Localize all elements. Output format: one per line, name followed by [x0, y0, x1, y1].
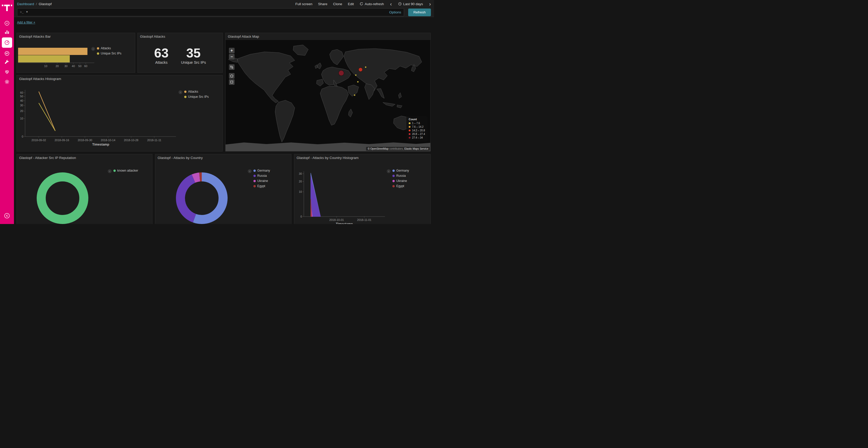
- legend-item[interactable]: 20.8 – 27.4: [409, 133, 425, 136]
- time-back-button[interactable]: ‹: [390, 2, 393, 6]
- auto-refresh-button[interactable]: Auto-refresh: [360, 2, 384, 6]
- legend-item[interactable]: 27.4 – 34: [409, 136, 425, 139]
- metric-unique-src-ips: 35 Unique Src IPs: [181, 47, 206, 65]
- logo-dot: [11, 5, 12, 6]
- metric-attacks: 63 Attacks: [154, 47, 169, 65]
- legend-toggle-icon[interactable]: ›: [91, 47, 95, 51]
- legend-item[interactable]: Egypt: [393, 184, 409, 188]
- telekom-logo[interactable]: [0, 0, 14, 15]
- svg-text:Timestamp: Timestamp: [92, 143, 109, 146]
- legend-item[interactable]: Ukraine: [393, 179, 409, 183]
- sidebar-item-dev-tools[interactable]: [2, 57, 12, 67]
- legend-item[interactable]: Germany: [393, 169, 409, 172]
- legend-label: Russia: [257, 174, 267, 177]
- refresh-button[interactable]: Refresh: [408, 8, 431, 16]
- svg-text:2018-10-14: 2018-10-14: [101, 139, 115, 142]
- rectangle-icon: [230, 80, 234, 84]
- sidebar: [0, 0, 14, 224]
- zoom-out-button[interactable]: −: [229, 54, 235, 60]
- legend-item[interactable]: Russia: [393, 174, 409, 177]
- panel-attacks-metric: Glastopf Attacks 63 Attacks 35 Unique Sr…: [137, 33, 223, 73]
- map-attribution: © OpenStreetMapcontributors,Elastic Maps…: [366, 147, 430, 151]
- zoom-in-button[interactable]: +: [229, 48, 235, 54]
- legend-items: known attacker: [114, 169, 138, 174]
- svg-text:2018-09-02: 2018-09-02: [32, 139, 46, 142]
- legend-items: GermanyRussiaUkraineEgypt: [253, 169, 270, 189]
- legend-item[interactable]: Ukraine: [253, 179, 270, 183]
- share-button[interactable]: Share: [318, 2, 327, 6]
- breadcrumb: Dashboard / Glastopf: [17, 2, 52, 6]
- filter-bar: Add a filter +: [14, 17, 434, 28]
- map-controls: + −: [229, 48, 235, 85]
- legend-toggle-icon[interactable]: ›: [108, 169, 112, 173]
- options-link[interactable]: Options: [389, 10, 401, 14]
- legend-items: AttacksUnique Src IPs: [184, 90, 209, 100]
- breadcrumb-dashboard-link[interactable]: Dashboard: [17, 2, 34, 6]
- svg-text:50: 50: [78, 65, 82, 68]
- legend-items: GermanyRussiaUkraineEgypt: [393, 169, 409, 189]
- legend-item[interactable]: Germany: [253, 169, 270, 172]
- legend-item[interactable]: Attacks: [184, 90, 209, 94]
- panel-attacks-by-country-histogram: Glastopf - Attacks by Country Histogram …: [294, 154, 431, 224]
- legend-dot: [253, 180, 256, 182]
- osm-attribution[interactable]: © OpenStreetMap: [368, 147, 389, 150]
- svg-text:40: 40: [20, 99, 23, 102]
- legend-dot: [253, 170, 256, 172]
- query-text[interactable]: *: [26, 10, 386, 14]
- legend-item[interactable]: Egypt: [253, 184, 270, 188]
- legend-item[interactable]: Unique Src IPs: [97, 51, 121, 55]
- legend-item[interactable]: 7.6 – 14.2: [409, 126, 425, 128]
- legend-item[interactable]: Russia: [253, 174, 270, 177]
- ems-attribution[interactable]: Elastic Maps Service: [404, 147, 428, 150]
- panel-attacks-bar: Glastopf Attacks Bar 102030405060 › Atta…: [17, 33, 135, 73]
- full-screen-button[interactable]: Full screen: [295, 2, 312, 6]
- legend: › GermanyRussiaUkraineEgypt: [387, 169, 409, 189]
- svg-text:2018-11-11: 2018-11-11: [147, 139, 161, 142]
- time-range-button[interactable]: Last 90 days: [398, 2, 423, 6]
- clone-button[interactable]: Clone: [333, 2, 342, 6]
- rectangle-tool-button[interactable]: [229, 79, 235, 85]
- attack-map: + − Count 1 – 7.67.6 – 14.214.2 – 20.820…: [225, 40, 430, 151]
- legend-items: 1 – 7.67.6 – 14.214.2 – 20.820.8 – 27.42…: [409, 122, 425, 139]
- legend-label: 1 – 7.6: [412, 122, 420, 125]
- legend-dot: [409, 126, 410, 128]
- legend-toggle-icon[interactable]: ›: [387, 169, 391, 173]
- metric-value: 63: [154, 47, 169, 60]
- add-filter-link[interactable]: Add a filter +: [17, 21, 35, 24]
- time-forward-button[interactable]: ›: [429, 2, 431, 6]
- svg-text:2018-11-01: 2018-11-01: [357, 218, 371, 221]
- legend-item[interactable]: Unique Src IPs: [184, 95, 209, 99]
- sidebar-item-visualize[interactable]: [2, 27, 12, 37]
- legend-dot: [253, 175, 256, 177]
- legend-dot: [409, 122, 410, 124]
- legend-item[interactable]: Attacks: [97, 46, 121, 50]
- country-donut-chart: [155, 154, 291, 224]
- legend-dot: [393, 180, 395, 182]
- legend-toggle-icon[interactable]: ›: [248, 169, 252, 173]
- svg-text:10: 10: [20, 117, 23, 120]
- sidebar-item-dashboard[interactable]: [2, 37, 12, 48]
- crop-tool-button[interactable]: [229, 64, 235, 70]
- query-input[interactable]: >_ * Options: [17, 8, 404, 16]
- sidebar-item-management[interactable]: [2, 77, 12, 87]
- svg-text:20: 20: [20, 109, 23, 112]
- edit-button[interactable]: Edit: [348, 2, 354, 6]
- legend-dot: [393, 170, 395, 172]
- legend-item[interactable]: 1 – 7.6: [409, 122, 425, 125]
- legend-item[interactable]: known attacker: [114, 169, 138, 172]
- legend-dot: [97, 53, 99, 55]
- sidebar-item-monitoring[interactable]: [2, 67, 12, 77]
- legend-item[interactable]: 14.2 – 20.8: [409, 129, 425, 132]
- svg-text:20: 20: [56, 65, 59, 68]
- auto-refresh-label: Auto-refresh: [365, 2, 384, 6]
- legend-label: Egypt: [257, 184, 265, 188]
- polygon-tool-button[interactable]: [229, 73, 235, 79]
- collapse-navigation-button[interactable]: [2, 211, 12, 221]
- legend-label: Egypt: [396, 184, 404, 188]
- metric-value: 35: [181, 47, 206, 60]
- panel-attacks-histogram: Glastopf Attacks Histogram 0102030405060…: [17, 75, 223, 151]
- panel-title: Glastopf - Attacker Src IP Reputation: [19, 156, 76, 160]
- legend-toggle-icon[interactable]: ›: [179, 90, 182, 94]
- svg-text:40: 40: [72, 65, 75, 68]
- timelion-icon: [4, 50, 10, 56]
